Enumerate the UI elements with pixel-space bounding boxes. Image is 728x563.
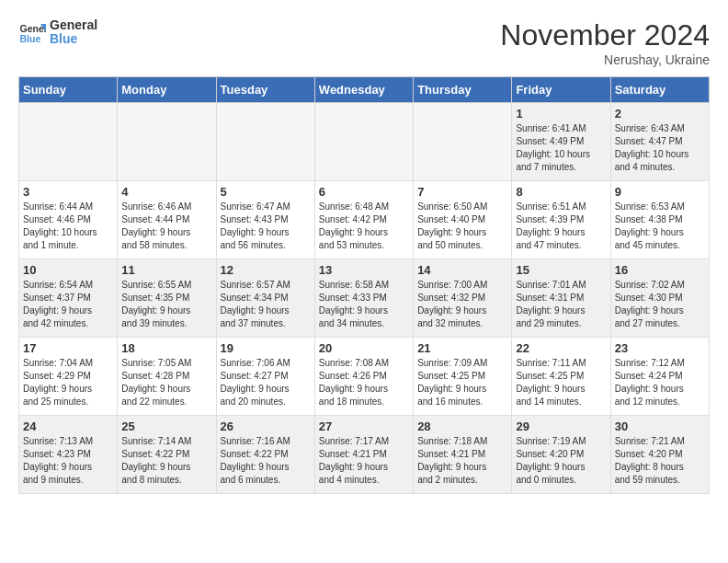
day-number: 12 [221,263,311,277]
day-number: 30 [615,419,705,433]
day-info: Sunrise: 7:21 AM Sunset: 4:20 PM Dayligh… [615,435,705,487]
day-info: Sunrise: 6:47 AM Sunset: 4:43 PM Dayligh… [221,201,311,252]
day-number: 20 [319,341,409,355]
day-info: Sunrise: 6:57 AM Sunset: 4:34 PM Dayligh… [221,279,311,330]
day-number: 2 [615,107,705,121]
day-number: 3 [23,185,113,199]
day-cell: 29Sunrise: 7:19 AM Sunset: 4:20 PM Dayli… [512,416,610,494]
day-number: 18 [121,341,211,355]
day-cell: 15Sunrise: 7:01 AM Sunset: 4:31 PM Dayli… [512,259,610,338]
day-number: 11 [121,263,211,277]
day-number: 24 [23,419,113,433]
day-cell [216,103,314,181]
day-info: Sunrise: 7:19 AM Sunset: 4:20 PM Dayligh… [516,435,606,487]
day-cell: 6Sunrise: 6:48 AM Sunset: 4:42 PM Daylig… [314,181,413,259]
day-number: 26 [221,419,311,433]
day-info: Sunrise: 6:55 AM Sunset: 4:35 PM Dayligh… [121,279,211,330]
day-number: 10 [23,263,113,277]
month-title: November 2024 [500,18,710,52]
day-info: Sunrise: 6:46 AM Sunset: 4:44 PM Dayligh… [121,201,211,252]
day-cell: 30Sunrise: 7:21 AM Sunset: 4:20 PM Dayli… [610,416,709,494]
header-tuesday: Tuesday [216,77,314,103]
day-cell [118,103,216,181]
day-info: Sunrise: 6:53 AM Sunset: 4:38 PM Dayligh… [615,201,705,252]
day-cell: 20Sunrise: 7:08 AM Sunset: 4:26 PM Dayli… [314,338,413,416]
header-sunday: Sunday [19,77,118,103]
day-info: Sunrise: 7:05 AM Sunset: 4:28 PM Dayligh… [121,357,211,408]
day-info: Sunrise: 6:41 AM Sunset: 4:49 PM Dayligh… [516,122,606,174]
day-cell: 2Sunrise: 6:43 AM Sunset: 4:47 PM Daylig… [610,103,709,181]
day-cell: 22Sunrise: 7:11 AM Sunset: 4:25 PM Dayli… [512,338,610,416]
calendar-table: SundayMondayTuesdayWednesdayThursdayFrid… [18,76,710,494]
header-thursday: Thursday [414,77,512,103]
location: Nerushay, Ukraine [500,52,710,67]
day-number: 6 [319,185,409,199]
logo: General Blue General Blue [18,18,97,47]
day-info: Sunrise: 7:18 AM Sunset: 4:21 PM Dayligh… [417,435,507,487]
day-cell: 14Sunrise: 7:00 AM Sunset: 4:32 PM Dayli… [414,259,512,338]
day-cell: 10Sunrise: 6:54 AM Sunset: 4:37 PM Dayli… [19,259,118,338]
day-cell: 9Sunrise: 6:53 AM Sunset: 4:38 PM Daylig… [610,181,709,259]
day-number: 15 [516,263,606,277]
day-info: Sunrise: 7:01 AM Sunset: 4:31 PM Dayligh… [516,279,606,330]
day-info: Sunrise: 7:00 AM Sunset: 4:32 PM Dayligh… [417,279,507,330]
day-cell: 16Sunrise: 7:02 AM Sunset: 4:30 PM Dayli… [610,259,709,338]
logo-blue: Blue [50,32,97,46]
day-cell: 21Sunrise: 7:09 AM Sunset: 4:25 PM Dayli… [414,338,512,416]
day-info: Sunrise: 6:50 AM Sunset: 4:40 PM Dayligh… [417,201,507,252]
week-row-0: 1Sunrise: 6:41 AM Sunset: 4:49 PM Daylig… [19,103,710,181]
day-number: 5 [221,185,311,199]
logo-icon: General Blue [18,18,46,46]
header-friday: Friday [512,77,610,103]
svg-text:Blue: Blue [20,33,41,44]
day-cell: 4Sunrise: 6:46 AM Sunset: 4:44 PM Daylig… [118,181,216,259]
day-number: 9 [615,185,705,199]
day-info: Sunrise: 6:58 AM Sunset: 4:33 PM Dayligh… [319,279,409,330]
day-number: 7 [417,185,507,199]
day-info: Sunrise: 7:16 AM Sunset: 4:22 PM Dayligh… [221,435,311,487]
logo-general: General [50,18,97,32]
day-info: Sunrise: 6:44 AM Sunset: 4:46 PM Dayligh… [23,201,113,252]
day-number: 19 [221,341,311,355]
day-number: 8 [516,185,606,199]
header-row: SundayMondayTuesdayWednesdayThursdayFrid… [19,77,710,103]
day-cell: 13Sunrise: 6:58 AM Sunset: 4:33 PM Dayli… [314,259,413,338]
day-info: Sunrise: 7:08 AM Sunset: 4:26 PM Dayligh… [319,357,409,408]
day-cell: 26Sunrise: 7:16 AM Sunset: 4:22 PM Dayli… [216,416,314,494]
day-info: Sunrise: 7:04 AM Sunset: 4:29 PM Dayligh… [23,357,113,408]
day-info: Sunrise: 6:48 AM Sunset: 4:42 PM Dayligh… [319,201,409,252]
day-number: 25 [121,419,211,433]
day-number: 21 [417,341,507,355]
day-cell [414,103,512,181]
header: General Blue General Blue November 2024 … [18,18,710,67]
day-number: 4 [121,185,211,199]
day-number: 29 [516,419,606,433]
day-number: 13 [319,263,409,277]
title-area: November 2024 Nerushay, Ukraine [500,18,710,67]
day-cell: 5Sunrise: 6:47 AM Sunset: 4:43 PM Daylig… [216,181,314,259]
week-row-4: 24Sunrise: 7:13 AM Sunset: 4:23 PM Dayli… [19,416,710,494]
day-number: 14 [417,263,507,277]
header-wednesday: Wednesday [314,77,413,103]
day-cell: 17Sunrise: 7:04 AM Sunset: 4:29 PM Dayli… [19,338,118,416]
day-cell: 8Sunrise: 6:51 AM Sunset: 4:39 PM Daylig… [512,181,610,259]
day-info: Sunrise: 6:43 AM Sunset: 4:47 PM Dayligh… [615,122,705,174]
day-cell: 19Sunrise: 7:06 AM Sunset: 4:27 PM Dayli… [216,338,314,416]
day-info: Sunrise: 7:12 AM Sunset: 4:24 PM Dayligh… [615,357,705,408]
week-row-1: 3Sunrise: 6:44 AM Sunset: 4:46 PM Daylig… [19,181,710,259]
day-cell [19,103,118,181]
day-info: Sunrise: 7:02 AM Sunset: 4:30 PM Dayligh… [615,279,705,330]
day-cell: 27Sunrise: 7:17 AM Sunset: 4:21 PM Dayli… [314,416,413,494]
header-monday: Monday [118,77,216,103]
day-number: 28 [417,419,507,433]
day-info: Sunrise: 7:13 AM Sunset: 4:23 PM Dayligh… [23,435,113,487]
day-number: 27 [319,419,409,433]
day-cell: 11Sunrise: 6:55 AM Sunset: 4:35 PM Dayli… [118,259,216,338]
day-number: 22 [516,341,606,355]
day-cell [314,103,413,181]
header-saturday: Saturday [610,77,709,103]
week-row-3: 17Sunrise: 7:04 AM Sunset: 4:29 PM Dayli… [19,338,710,416]
day-cell: 3Sunrise: 6:44 AM Sunset: 4:46 PM Daylig… [19,181,118,259]
day-cell: 25Sunrise: 7:14 AM Sunset: 4:22 PM Dayli… [118,416,216,494]
day-cell: 1Sunrise: 6:41 AM Sunset: 4:49 PM Daylig… [512,103,610,181]
